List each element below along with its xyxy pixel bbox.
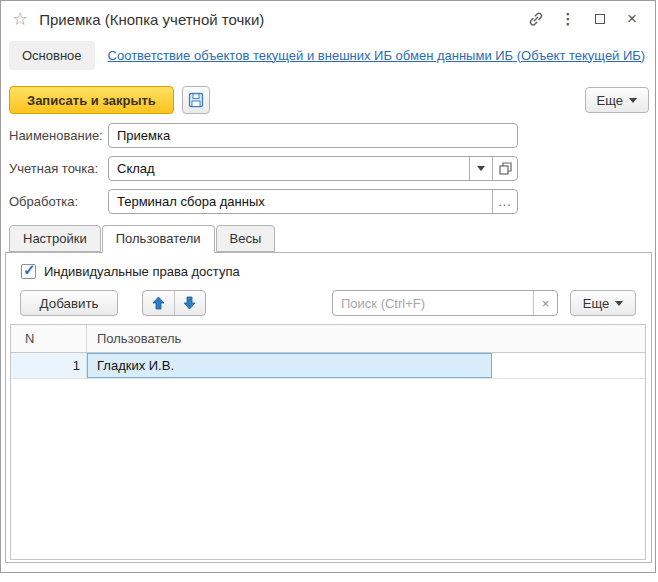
nav-tab-main[interactable]: Основное xyxy=(9,41,95,70)
point-combobox[interactable]: Склад xyxy=(108,156,518,181)
move-down-button[interactable] xyxy=(175,291,206,315)
more-actions-button[interactable]: Еще xyxy=(585,87,649,113)
reorder-buttons xyxy=(142,290,206,316)
checkbox-label: Индивидуальные права доступа xyxy=(44,264,240,279)
tab-users[interactable]: Пользователи xyxy=(102,225,215,253)
navigation-bar: Основное Соответствие объектов текущей и… xyxy=(9,39,647,71)
more-actions-label: Еще xyxy=(597,93,623,108)
maximize-icon[interactable] xyxy=(588,7,612,31)
favorite-star-icon[interactable]: ☆ xyxy=(12,10,28,28)
name-value: Приемка xyxy=(109,128,517,143)
tab-strip: Настройки Пользователи Весы xyxy=(9,225,276,252)
get-link-icon[interactable] xyxy=(524,7,548,31)
maximize-glyph xyxy=(595,14,605,24)
titlebar: ☆ Приемка (Кнопка учетной точки) ⋮ × xyxy=(1,1,655,37)
chevron-down-icon xyxy=(629,98,637,103)
name-input[interactable]: Приемка xyxy=(108,123,518,148)
check-icon: ✓ xyxy=(23,261,36,279)
command-bar: Записать и закрыть Еще xyxy=(9,85,649,115)
point-value: Склад xyxy=(109,161,469,176)
arrow-up-icon xyxy=(152,296,165,310)
table-header: N Пользователь xyxy=(11,325,645,353)
chevron-down-icon xyxy=(477,166,485,171)
search-input[interactable] xyxy=(333,296,533,311)
move-up-button[interactable] xyxy=(143,291,175,315)
point-open-button[interactable] xyxy=(492,157,517,180)
tab-scales[interactable]: Весы xyxy=(216,225,276,252)
add-user-button[interactable]: Добавить xyxy=(20,290,118,316)
users-table: N Пользователь 1 Гладких И.В. xyxy=(10,324,646,560)
processor-choose-button[interactable]: ... xyxy=(492,190,517,213)
processor-label: Обработка: xyxy=(9,194,108,209)
processor-picker[interactable]: Терминал сбора данных ... xyxy=(108,189,518,214)
row-empty-area xyxy=(492,353,645,378)
individual-rights-checkbox[interactable]: ✓ Индивидуальные права доступа xyxy=(21,264,240,279)
floppy-icon xyxy=(188,92,204,108)
save-button[interactable] xyxy=(182,86,210,114)
nav-link-correspondence[interactable]: Соответствие объектов текущей и внешних … xyxy=(108,48,646,63)
search-box: × xyxy=(332,290,558,316)
table-more-button[interactable]: Еще xyxy=(570,290,636,316)
more-menu-icon[interactable]: ⋮ xyxy=(556,7,580,31)
column-header-n[interactable]: N xyxy=(11,325,87,352)
arrow-down-icon xyxy=(183,296,196,310)
row-number-cell[interactable]: 1 xyxy=(11,353,87,378)
user-cell-selected[interactable]: Гладких И.В. xyxy=(87,353,492,378)
tab-settings[interactable]: Настройки xyxy=(9,225,101,252)
chevron-down-icon xyxy=(615,301,623,306)
name-field-row: Наименование: Приемка xyxy=(9,123,651,148)
ellipsis-icon: ... xyxy=(498,198,511,206)
form-window: ☆ Приемка (Кнопка учетной точки) ⋮ × Осн… xyxy=(0,0,656,573)
open-in-window-icon xyxy=(499,162,512,175)
table-row[interactable]: 1 Гладких И.В. xyxy=(11,353,645,379)
table-more-label: Еще xyxy=(583,296,609,311)
save-and-close-button[interactable]: Записать и закрыть xyxy=(9,86,174,114)
users-tab-panel: ✓ Индивидуальные права доступа Добавить xyxy=(5,252,652,563)
users-toolbar: Добавить × Еще xyxy=(20,290,637,316)
point-label: Учетная точка: xyxy=(9,161,108,176)
close-icon[interactable]: × xyxy=(620,7,644,31)
clear-search-icon[interactable]: × xyxy=(533,291,557,315)
name-label: Наименование: xyxy=(9,128,108,143)
checkbox-box[interactable]: ✓ xyxy=(21,264,36,279)
point-dropdown-button[interactable] xyxy=(469,157,492,180)
titlebar-icons: ⋮ × xyxy=(524,7,644,31)
column-header-user[interactable]: Пользователь xyxy=(87,325,645,352)
processor-field-row: Обработка: Терминал сбора данных ... xyxy=(9,189,651,214)
processor-value: Терминал сбора данных xyxy=(109,194,492,209)
point-field-row: Учетная точка: Склад xyxy=(9,156,651,181)
window-title: Приемка (Кнопка учетной точки) xyxy=(39,11,264,28)
